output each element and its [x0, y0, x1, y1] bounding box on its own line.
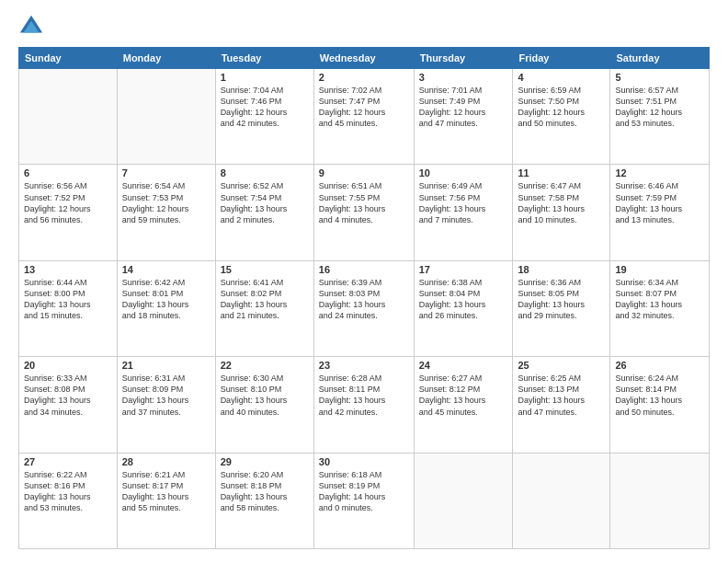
day-number: 28 [122, 456, 210, 467]
calendar-cell: 16Sunrise: 6:39 AM Sunset: 8:03 PM Dayli… [313, 260, 414, 356]
header-day-friday: Friday [513, 48, 610, 69]
day-info: Sunrise: 7:04 AM Sunset: 7:46 PM Dayligh… [221, 85, 309, 130]
day-info: Sunrise: 6:18 AM Sunset: 8:19 PM Dayligh… [319, 469, 409, 514]
header-day-wednesday: Wednesday [313, 48, 414, 69]
day-number: 30 [319, 456, 409, 467]
day-number: 26 [615, 360, 704, 371]
header-day-saturday: Saturday [610, 48, 710, 69]
calendar-cell [610, 453, 710, 548]
header-day-tuesday: Tuesday [215, 48, 313, 69]
calendar-cell: 11Sunrise: 6:47 AM Sunset: 7:58 PM Dayli… [513, 165, 610, 260]
day-number: 18 [518, 264, 605, 275]
calendar-cell: 12Sunrise: 6:46 AM Sunset: 7:59 PM Dayli… [610, 165, 710, 260]
day-info: Sunrise: 6:34 AM Sunset: 8:07 PM Dayligh… [615, 277, 704, 322]
day-info: Sunrise: 6:44 AM Sunset: 8:00 PM Dayligh… [24, 277, 112, 322]
day-number: 14 [122, 264, 210, 275]
day-number: 10 [419, 167, 508, 178]
header-day-thursday: Thursday [414, 48, 513, 69]
day-number: 15 [221, 264, 309, 275]
calendar-cell: 15Sunrise: 6:41 AM Sunset: 8:02 PM Dayli… [215, 260, 313, 356]
calendar-cell [414, 453, 513, 548]
day-info: Sunrise: 6:33 AM Sunset: 8:08 PM Dayligh… [24, 373, 112, 418]
calendar-cell: 27Sunrise: 6:22 AM Sunset: 8:16 PM Dayli… [19, 453, 118, 548]
day-number: 22 [221, 360, 309, 371]
day-info: Sunrise: 6:38 AM Sunset: 8:04 PM Dayligh… [419, 277, 508, 322]
calendar-cell: 28Sunrise: 6:21 AM Sunset: 8:17 PM Dayli… [117, 453, 215, 548]
calendar-cell: 2Sunrise: 7:02 AM Sunset: 7:47 PM Daylig… [313, 69, 414, 165]
header-day-sunday: Sunday [19, 48, 118, 69]
day-info: Sunrise: 6:46 AM Sunset: 7:59 PM Dayligh… [615, 180, 704, 225]
calendar-cell: 6Sunrise: 6:56 AM Sunset: 7:52 PM Daylig… [19, 165, 118, 260]
logo [18, 14, 48, 40]
calendar-cell: 22Sunrise: 6:30 AM Sunset: 8:10 PM Dayli… [215, 357, 313, 453]
day-info: Sunrise: 7:01 AM Sunset: 7:49 PM Dayligh… [419, 85, 508, 130]
calendar-cell [19, 69, 118, 165]
day-info: Sunrise: 6:52 AM Sunset: 7:54 PM Dayligh… [221, 180, 309, 225]
day-number: 29 [221, 456, 309, 467]
calendar-cell: 24Sunrise: 6:27 AM Sunset: 8:12 PM Dayli… [414, 357, 513, 453]
day-number: 7 [122, 167, 210, 178]
calendar-cell: 7Sunrise: 6:54 AM Sunset: 7:53 PM Daylig… [117, 165, 215, 260]
day-info: Sunrise: 6:27 AM Sunset: 8:12 PM Dayligh… [419, 373, 508, 418]
calendar-cell [117, 69, 215, 165]
header-day-monday: Monday [117, 48, 215, 69]
day-info: Sunrise: 6:20 AM Sunset: 8:18 PM Dayligh… [221, 469, 309, 514]
day-info: Sunrise: 6:41 AM Sunset: 8:02 PM Dayligh… [221, 277, 309, 322]
day-info: Sunrise: 7:02 AM Sunset: 7:47 PM Dayligh… [319, 85, 409, 130]
day-info: Sunrise: 6:25 AM Sunset: 8:13 PM Dayligh… [518, 373, 605, 418]
day-info: Sunrise: 6:57 AM Sunset: 7:51 PM Dayligh… [615, 85, 704, 130]
day-number: 24 [419, 360, 508, 371]
day-info: Sunrise: 6:59 AM Sunset: 7:50 PM Dayligh… [518, 85, 605, 130]
calendar-cell: 26Sunrise: 6:24 AM Sunset: 8:14 PM Dayli… [610, 357, 710, 453]
calendar-cell: 4Sunrise: 6:59 AM Sunset: 7:50 PM Daylig… [513, 69, 610, 165]
day-info: Sunrise: 6:54 AM Sunset: 7:53 PM Dayligh… [122, 180, 210, 225]
day-number: 27 [24, 456, 112, 467]
day-number: 4 [518, 72, 605, 83]
calendar-header: SundayMondayTuesdayWednesdayThursdayFrid… [19, 48, 710, 69]
calendar-cell: 19Sunrise: 6:34 AM Sunset: 8:07 PM Dayli… [610, 260, 710, 356]
week-row-0: 1Sunrise: 7:04 AM Sunset: 7:46 PM Daylig… [19, 69, 710, 165]
calendar-cell: 25Sunrise: 6:25 AM Sunset: 8:13 PM Dayli… [513, 357, 610, 453]
day-number: 1 [221, 72, 309, 83]
day-info: Sunrise: 6:51 AM Sunset: 7:55 PM Dayligh… [319, 180, 409, 225]
calendar-cell: 13Sunrise: 6:44 AM Sunset: 8:00 PM Dayli… [19, 260, 118, 356]
day-number: 23 [319, 360, 409, 371]
day-info: Sunrise: 6:30 AM Sunset: 8:10 PM Dayligh… [221, 373, 309, 418]
day-number: 2 [319, 72, 409, 83]
calendar-cell: 18Sunrise: 6:36 AM Sunset: 8:05 PM Dayli… [513, 260, 610, 356]
week-row-2: 13Sunrise: 6:44 AM Sunset: 8:00 PM Dayli… [19, 260, 710, 356]
day-info: Sunrise: 6:47 AM Sunset: 7:58 PM Dayligh… [518, 180, 605, 225]
day-info: Sunrise: 6:36 AM Sunset: 8:05 PM Dayligh… [518, 277, 605, 322]
day-number: 19 [615, 264, 704, 275]
day-number: 25 [518, 360, 605, 371]
day-number: 8 [221, 167, 309, 178]
day-number: 12 [615, 167, 704, 178]
calendar-cell: 29Sunrise: 6:20 AM Sunset: 8:18 PM Dayli… [215, 453, 313, 548]
calendar-cell: 20Sunrise: 6:33 AM Sunset: 8:08 PM Dayli… [19, 357, 118, 453]
calendar-cell: 14Sunrise: 6:42 AM Sunset: 8:01 PM Dayli… [117, 260, 215, 356]
header [18, 14, 710, 40]
calendar-cell: 9Sunrise: 6:51 AM Sunset: 7:55 PM Daylig… [313, 165, 414, 260]
week-row-4: 27Sunrise: 6:22 AM Sunset: 8:16 PM Dayli… [19, 453, 710, 548]
calendar-body: 1Sunrise: 7:04 AM Sunset: 7:46 PM Daylig… [19, 69, 710, 549]
calendar-cell [513, 453, 610, 548]
calendar-cell: 8Sunrise: 6:52 AM Sunset: 7:54 PM Daylig… [215, 165, 313, 260]
day-info: Sunrise: 6:39 AM Sunset: 8:03 PM Dayligh… [319, 277, 409, 322]
calendar-cell: 5Sunrise: 6:57 AM Sunset: 7:51 PM Daylig… [610, 69, 710, 165]
week-row-1: 6Sunrise: 6:56 AM Sunset: 7:52 PM Daylig… [19, 165, 710, 260]
page: SundayMondayTuesdayWednesdayThursdayFrid… [0, 0, 728, 563]
day-number: 5 [615, 72, 704, 83]
calendar-cell: 1Sunrise: 7:04 AM Sunset: 7:46 PM Daylig… [215, 69, 313, 165]
day-number: 16 [319, 264, 409, 275]
calendar-cell: 21Sunrise: 6:31 AM Sunset: 8:09 PM Dayli… [117, 357, 215, 453]
day-info: Sunrise: 6:21 AM Sunset: 8:17 PM Dayligh… [122, 469, 210, 514]
day-number: 9 [319, 167, 409, 178]
calendar-table: SundayMondayTuesdayWednesdayThursdayFrid… [18, 47, 710, 549]
day-number: 13 [24, 264, 112, 275]
day-number: 6 [24, 167, 112, 178]
day-info: Sunrise: 6:42 AM Sunset: 8:01 PM Dayligh… [122, 277, 210, 322]
day-number: 17 [419, 264, 508, 275]
logo-icon [18, 14, 44, 40]
day-info: Sunrise: 6:24 AM Sunset: 8:14 PM Dayligh… [615, 373, 704, 418]
week-row-3: 20Sunrise: 6:33 AM Sunset: 8:08 PM Dayli… [19, 357, 710, 453]
